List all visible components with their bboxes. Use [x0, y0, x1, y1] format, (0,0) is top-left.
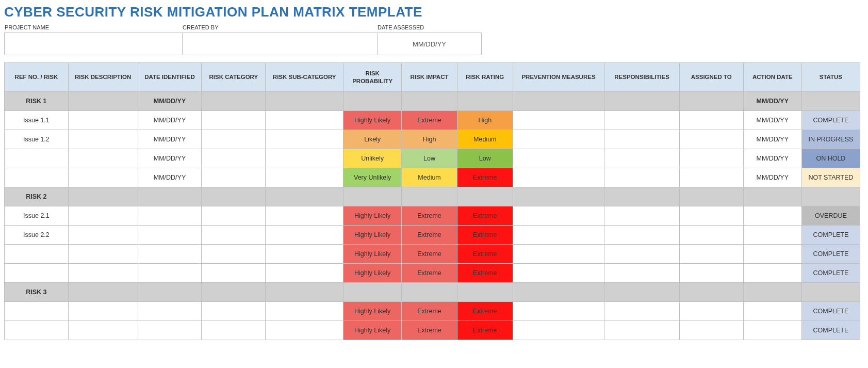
- cell-resp[interactable]: [604, 321, 679, 340]
- cell-prob[interactable]: Highly Likely: [343, 321, 402, 340]
- cell-assign[interactable]: [679, 302, 743, 321]
- cell-desc[interactable]: [68, 302, 138, 321]
- cell-rating[interactable]: Extreme: [457, 321, 513, 340]
- cell-status[interactable]: COMPLETE: [801, 302, 860, 321]
- cell-desc[interactable]: [68, 149, 138, 168]
- cell-ref[interactable]: [5, 302, 69, 321]
- cell-actionDate[interactable]: [743, 321, 801, 340]
- cell-cat[interactable]: [202, 226, 266, 245]
- cell-rating[interactable]: Extreme: [457, 245, 513, 264]
- cell-ref[interactable]: RISK 2: [5, 187, 69, 206]
- cell-impact[interactable]: [402, 92, 457, 111]
- cell-rating[interactable]: Extreme: [457, 206, 513, 226]
- cell-resp[interactable]: [604, 149, 679, 168]
- cell-assign[interactable]: [679, 226, 743, 245]
- cell-resp[interactable]: [604, 92, 679, 111]
- cell-prevent[interactable]: [513, 245, 604, 264]
- cell-ref[interactable]: [5, 321, 69, 340]
- cell-assign[interactable]: [679, 206, 743, 226]
- cell-ref[interactable]: [5, 168, 69, 187]
- cell-prevent[interactable]: [513, 149, 604, 168]
- cell-actionDate[interactable]: [743, 264, 801, 283]
- cell-impact[interactable]: Extreme: [402, 111, 457, 130]
- cell-subcat[interactable]: [266, 130, 343, 149]
- cell-prob[interactable]: Highly Likely: [343, 111, 402, 130]
- cell-subcat[interactable]: [266, 302, 343, 321]
- cell-assign[interactable]: [679, 149, 743, 168]
- cell-ref[interactable]: RISK 1: [5, 92, 69, 111]
- cell-impact[interactable]: Extreme: [402, 321, 457, 340]
- cell-actionDate[interactable]: [743, 302, 801, 321]
- cell-prob[interactable]: [343, 283, 402, 302]
- cell-status[interactable]: [801, 283, 860, 302]
- cell-rating[interactable]: Low: [457, 149, 513, 168]
- cell-actionDate[interactable]: [743, 245, 801, 264]
- cell-prob[interactable]: [343, 92, 402, 111]
- cell-rating[interactable]: High: [457, 111, 513, 130]
- cell-rating[interactable]: Extreme: [457, 302, 513, 321]
- cell-cat[interactable]: [202, 264, 266, 283]
- cell-status[interactable]: ON HOLD: [801, 149, 860, 168]
- cell-cat[interactable]: [202, 321, 266, 340]
- cell-ref[interactable]: Issue 2.1: [5, 206, 69, 226]
- cell-ref[interactable]: [5, 245, 69, 264]
- cell-resp[interactable]: [604, 264, 679, 283]
- cell-ref[interactable]: Issue 2.2: [5, 226, 69, 245]
- cell-subcat[interactable]: [266, 321, 343, 340]
- cell-assign[interactable]: [679, 283, 743, 302]
- cell-desc[interactable]: [68, 111, 138, 130]
- cell-actionDate[interactable]: MM/DD/YY: [743, 168, 801, 187]
- cell-rating[interactable]: Extreme: [457, 226, 513, 245]
- cell-subcat[interactable]: [266, 283, 343, 302]
- cell-desc[interactable]: [68, 321, 138, 340]
- cell-assign[interactable]: [679, 321, 743, 340]
- cell-subcat[interactable]: [266, 245, 343, 264]
- cell-cat[interactable]: [202, 206, 266, 226]
- cell-impact[interactable]: Extreme: [402, 245, 457, 264]
- cell-rating[interactable]: Medium: [457, 130, 513, 149]
- cell-status[interactable]: COMPLETE: [801, 111, 860, 130]
- cell-impact[interactable]: Extreme: [402, 302, 457, 321]
- cell-prob[interactable]: Highly Likely: [343, 264, 402, 283]
- cell-status[interactable]: COMPLETE: [801, 321, 860, 340]
- cell-prevent[interactable]: [513, 92, 604, 111]
- cell-cat[interactable]: [202, 168, 266, 187]
- cell-assign[interactable]: [679, 264, 743, 283]
- cell-subcat[interactable]: [266, 92, 343, 111]
- project-name-input[interactable]: [4, 33, 182, 55]
- cell-dateIdentified[interactable]: MM/DD/YY: [138, 130, 202, 149]
- cell-dateIdentified[interactable]: [138, 245, 202, 264]
- cell-prevent[interactable]: [513, 283, 604, 302]
- cell-cat[interactable]: [202, 130, 266, 149]
- cell-status[interactable]: [801, 92, 860, 111]
- cell-prob[interactable]: Highly Likely: [343, 302, 402, 321]
- cell-dateIdentified[interactable]: [138, 264, 202, 283]
- cell-prob[interactable]: Highly Likely: [343, 226, 402, 245]
- cell-subcat[interactable]: [266, 226, 343, 245]
- cell-prevent[interactable]: [513, 187, 604, 206]
- cell-status[interactable]: COMPLETE: [801, 264, 860, 283]
- cell-cat[interactable]: [202, 245, 266, 264]
- date-assessed-input[interactable]: MM/DD/YY: [377, 33, 482, 55]
- cell-desc[interactable]: [68, 264, 138, 283]
- cell-cat[interactable]: [202, 149, 266, 168]
- cell-prevent[interactable]: [513, 321, 604, 340]
- cell-subcat[interactable]: [266, 187, 343, 206]
- cell-dateIdentified[interactable]: [138, 206, 202, 226]
- cell-actionDate[interactable]: MM/DD/YY: [743, 92, 801, 111]
- cell-impact[interactable]: Extreme: [402, 226, 457, 245]
- cell-rating[interactable]: [457, 187, 513, 206]
- cell-prevent[interactable]: [513, 111, 604, 130]
- cell-dateIdentified[interactable]: MM/DD/YY: [138, 168, 202, 187]
- cell-ref[interactable]: RISK 3: [5, 283, 69, 302]
- cell-dateIdentified[interactable]: MM/DD/YY: [138, 92, 202, 111]
- cell-ref[interactable]: Issue 1.1: [5, 111, 69, 130]
- cell-actionDate[interactable]: [743, 226, 801, 245]
- cell-resp[interactable]: [604, 111, 679, 130]
- cell-resp[interactable]: [604, 226, 679, 245]
- cell-cat[interactable]: [202, 283, 266, 302]
- cell-cat[interactable]: [202, 302, 266, 321]
- cell-prevent[interactable]: [513, 302, 604, 321]
- cell-prevent[interactable]: [513, 264, 604, 283]
- cell-resp[interactable]: [604, 168, 679, 187]
